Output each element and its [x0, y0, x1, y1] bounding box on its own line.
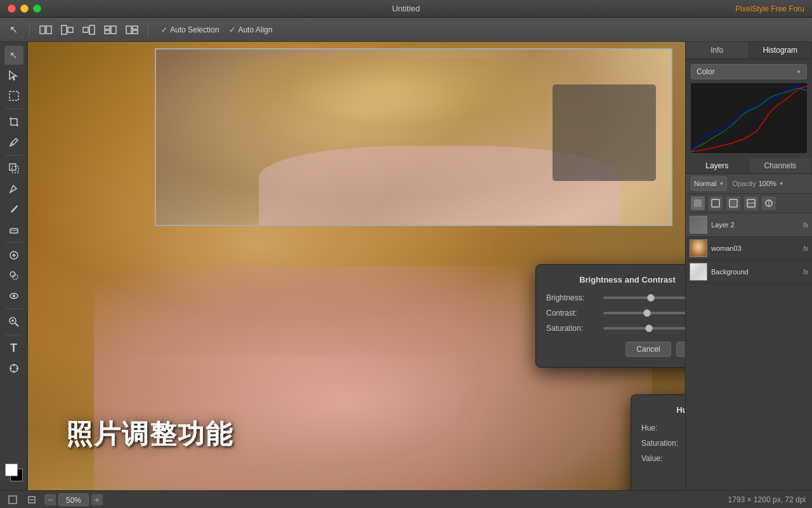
layers-channels-tabs: Layers Channels — [686, 158, 812, 174]
blend-mode-dropdown[interactable]: Normal ▼ — [691, 177, 727, 190]
clone-tool[interactable] — [4, 266, 23, 285]
forum-link[interactable]: PixelStyle Free Foru — [735, 4, 804, 13]
layer2-fx[interactable]: fx — [803, 222, 808, 229]
opacity-arrow-icon: ▼ — [779, 181, 784, 187]
contrast-thumb[interactable] — [643, 309, 651, 317]
preview-window — [155, 48, 672, 226]
svg-rect-5 — [89, 25, 95, 34]
background-fx[interactable]: fx — [803, 269, 808, 276]
layer-icon-3[interactable] — [726, 196, 740, 210]
svg-rect-10 — [133, 26, 138, 29]
color-swatches[interactable] — [5, 464, 23, 481]
histogram-tab[interactable]: Histogram — [749, 42, 813, 58]
svg-rect-13 — [10, 164, 16, 170]
pen-tool[interactable] — [4, 179, 23, 198]
statusbar: − 50% + 1793 × 1200 px, 72 dpi — [0, 490, 812, 508]
arrange-icon-1[interactable] — [37, 22, 54, 38]
hue-dialog-buttons: Cancel OK — [641, 472, 685, 487]
auto-align-check[interactable]: ✓ Auto Align — [229, 25, 272, 34]
layer-icon-1[interactable] — [691, 196, 705, 210]
hue-row: Hue: 0.03 — [641, 424, 685, 432]
move-tool-icon[interactable]: ↖ — [5, 22, 22, 38]
brightness-cancel-button[interactable]: Cancel — [625, 342, 671, 357]
arrange-icon-2[interactable] — [59, 22, 75, 38]
preview-inner — [156, 50, 671, 225]
tool-separator-2 — [6, 155, 22, 156]
layer2-thumb — [690, 216, 707, 234]
layer-item-woman03[interactable]: woman03 fx — [686, 237, 812, 260]
brightness-dialog-title: Brightness and Contrast — [546, 275, 685, 284]
svg-rect-7 — [105, 30, 110, 34]
brightness-thumb[interactable] — [647, 294, 655, 302]
svg-rect-6 — [105, 26, 110, 29]
svg-point-17 — [10, 272, 15, 277]
color-dropdown[interactable]: Color ▼ — [691, 64, 807, 79]
arrange-icon-5[interactable] — [124, 22, 140, 38]
move-tool[interactable]: ↖ — [4, 46, 23, 65]
layer-item-layer2[interactable]: Layer 2 fx — [686, 213, 812, 237]
toolbar-separator-2 — [148, 23, 148, 37]
blend-mode-arrow-icon: ▼ — [719, 181, 724, 187]
pan-tool[interactable] — [4, 359, 23, 378]
brightness-dialog-buttons: Cancel OK — [546, 342, 685, 357]
info-tab[interactable]: Info — [686, 42, 749, 58]
brush-tool[interactable] — [4, 199, 23, 218]
brightness-slider[interactable] — [603, 297, 685, 299]
toolbar-separator — [29, 23, 30, 37]
dropdown-arrow-icon: ▼ — [796, 69, 801, 75]
brightness-row: Brightness: 0.11 — [546, 293, 685, 302]
full-screen-btn[interactable] — [6, 493, 19, 506]
svg-rect-38 — [9, 496, 16, 504]
layer-icon-2[interactable] — [709, 196, 723, 210]
arrange-icon-4[interactable] — [102, 22, 119, 38]
zoom-value-display: 50% — [58, 493, 89, 506]
close-button[interactable] — [8, 4, 16, 13]
minimize-button[interactable] — [20, 4, 29, 13]
layer-icons-row — [686, 194, 812, 213]
arrange-icon-3[interactable] — [81, 22, 97, 38]
foreground-color-swatch[interactable] — [5, 464, 18, 476]
text-tool[interactable]: T — [4, 338, 23, 358]
saturation-row: Saturation: 1.10 — [546, 324, 685, 333]
auto-selection-check[interactable]: ✓ Auto Selection — [161, 25, 219, 34]
saturation-slider[interactable] — [603, 327, 685, 330]
value-label: Value: — [641, 454, 685, 463]
histogram-svg — [691, 83, 807, 153]
dimensions-display: 1793 × 1200 px, 72 dpi — [728, 495, 806, 504]
zoom-minus-btn[interactable]: − — [44, 494, 56, 505]
layer-icon-4[interactable] — [744, 196, 758, 210]
woman03-thumb — [690, 239, 707, 257]
eraser-tool[interactable] — [4, 220, 23, 239]
eye-tool[interactable] — [4, 286, 23, 305]
woman03-fx[interactable]: fx — [803, 245, 808, 252]
marquee-tool[interactable] — [4, 86, 23, 105]
transform-tool[interactable] — [4, 159, 23, 178]
svg-rect-31 — [712, 199, 719, 207]
saturation-label: Saturation: — [546, 324, 603, 333]
svg-point-20 — [13, 295, 15, 297]
zoom-tool[interactable] — [4, 312, 23, 331]
hue-label: Hue: — [641, 424, 685, 432]
layers-tab[interactable]: Layers — [686, 158, 749, 173]
crop-tool[interactable] — [4, 112, 23, 131]
zoom-plus-btn[interactable]: + — [91, 494, 103, 505]
svg-rect-14 — [12, 166, 18, 173]
contrast-slider[interactable] — [603, 312, 685, 314]
brightness-label: Brightness: — [546, 293, 603, 302]
zoom-out-status-btn[interactable] — [25, 493, 38, 506]
maximize-button[interactable] — [33, 4, 41, 13]
channels-tab[interactable]: Channels — [749, 158, 813, 173]
layer-item-background[interactable]: Background fx — [686, 260, 812, 284]
selection-tool[interactable] — [4, 66, 23, 85]
healing-tool[interactable] — [4, 246, 23, 265]
woman03-name: woman03 — [711, 244, 798, 252]
hue-saturation-label: Saturation: — [641, 439, 685, 448]
value-row: Value: 0.05 — [641, 454, 685, 463]
canvas-area[interactable]: 照片调整功能 Brightness and Contrast Brightnes… — [28, 42, 685, 490]
toolbar: ↖ ✓ Auto Selection ✓ Auto Align — [0, 18, 812, 42]
brightness-ok-button[interactable]: OK — [676, 342, 685, 357]
layer-icon-5[interactable] — [762, 196, 776, 210]
saturation-thumb[interactable] — [645, 324, 653, 332]
eyedropper-tool[interactable] — [4, 133, 23, 152]
right-panel: Info Histogram Color ▼ Layers — [685, 42, 812, 490]
